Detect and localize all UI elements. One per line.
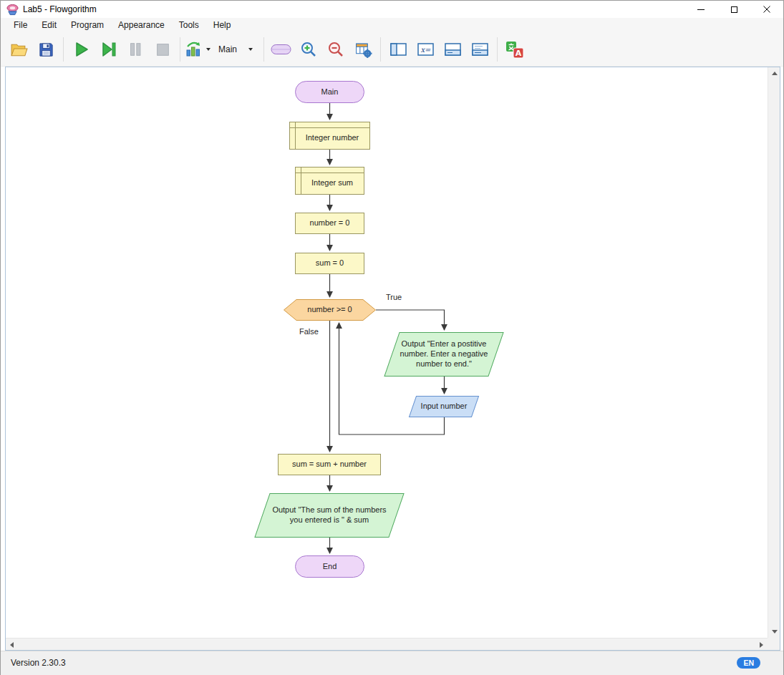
chart-button[interactable] [184,35,211,64]
scroll-down-button[interactable] [768,626,780,638]
run-button[interactable] [67,35,95,64]
node-assign-sum-add[interactable]: sum = sum + number [278,454,381,475]
zoom-options-button[interactable] [349,35,377,64]
language-badge[interactable]: EN [737,657,760,669]
false-branch-label: False [299,327,319,336]
vertical-scrollbar[interactable] [768,67,780,638]
scroll-right-icon [760,642,763,648]
version-label: Version 2.30.3 [11,658,66,668]
variable-watch-button[interactable]: x= [412,35,439,64]
output-window-button[interactable] [466,35,493,64]
node-input-number[interactable]: Input number [404,396,484,417]
scroll-up-icon [772,72,778,75]
node-label: Integer number [301,128,359,143]
flowgorithm-window: Lab5 - Flowgorithm File Edit Program App… [0,0,784,675]
node-label: number >= 0 [284,299,376,321]
scroll-down-icon [772,630,778,633]
maximize-icon [731,6,737,13]
menu-file[interactable]: File [6,18,34,33]
flowchart-area[interactable]: Main Integer number Integer sum number =… [6,67,768,638]
close-button[interactable] [750,1,783,18]
true-branch-label: True [386,293,402,301]
menu-help[interactable]: Help [206,18,238,33]
menu-appearance[interactable]: Appearance [111,18,172,33]
toolbar-separator [63,37,64,62]
node-assign-sum[interactable]: sum = 0 [295,253,364,274]
node-declare-number[interactable]: Integer number [289,122,370,150]
play-icon [72,40,90,59]
node-label: Input number [407,402,482,412]
node-label: Integer sum [306,173,353,188]
node-main[interactable]: Main [295,81,364,103]
pause-icon [127,41,144,58]
save-icon [38,42,54,58]
node-label: Output "The sum of the numbers you enter… [253,505,405,525]
node-output-sum[interactable]: Output "The sum of the numbers you enter… [253,493,405,538]
menu-program[interactable]: Program [64,18,111,33]
dropdown-caret-icon [248,48,253,51]
zoom-in-button[interactable] [295,35,322,64]
zoom-options-icon [354,41,372,59]
toolbar-separator [180,37,180,62]
function-selector[interactable]: Main [211,35,260,64]
terminal-shape-button[interactable] [268,35,295,64]
status-bar: Version 2.30.3 EN [1,651,783,675]
step-button[interactable] [95,35,122,64]
window-controls [684,1,783,18]
function-selector-value: Main [218,44,237,54]
toolbar-separator [497,37,498,62]
maximize-button[interactable] [717,1,750,18]
zoom-in-icon [300,41,317,58]
variable-watch-icon: x= [417,42,435,57]
toolbar: Main [1,33,783,67]
canvas: Main Integer number Integer sum number =… [5,67,780,651]
node-label: Output "Enter a postitive number. Enter … [383,339,505,369]
console-icon [444,42,462,57]
open-button[interactable] [5,35,32,64]
node-label: End [323,562,337,572]
layout-panels-button[interactable] [384,35,412,64]
translate-button[interactable]: A [501,35,528,64]
svg-text:A: A [516,49,522,58]
node-label: Main [321,87,339,97]
layout-panels-icon [389,42,407,57]
chart-icon [185,41,202,58]
stop-button[interactable] [149,35,176,64]
toolbar-separator [380,37,381,62]
save-button[interactable] [32,35,59,64]
scroll-right-button[interactable] [755,638,768,651]
node-output-prompt[interactable]: Output "Enter a postitive number. Enter … [383,332,505,377]
open-folder-icon [10,41,28,59]
step-icon [99,40,117,59]
node-label: number = 0 [310,218,350,228]
zoom-out-button[interactable] [322,35,349,64]
scroll-up-button[interactable] [768,67,780,79]
close-icon [763,6,770,13]
translate-icon: A [505,40,524,59]
node-end[interactable]: End [295,555,364,578]
menu-tools[interactable]: Tools [172,18,206,33]
title-bar: Lab5 - Flowgorithm [1,1,783,18]
node-declare-sum[interactable]: Integer sum [295,167,364,195]
pause-button[interactable] [122,35,149,64]
menu-bar: File Edit Program Appearance Tools Help [1,18,783,33]
terminal-shape-icon [271,43,292,56]
scrollbar-corner [768,638,780,650]
scroll-left-icon [10,642,14,648]
horizontal-scrollbar[interactable] [6,638,768,650]
svg-text:x=: x= [420,46,431,54]
menu-edit[interactable]: Edit [34,18,64,33]
node-while-condition[interactable]: number >= 0 [284,299,376,321]
minimize-icon [697,9,705,10]
console-button[interactable] [439,35,466,64]
app-icon [6,4,19,16]
node-label: sum = 0 [316,258,344,268]
toolbar-separator [263,37,264,62]
scroll-left-button[interactable] [6,638,18,651]
dropdown-caret-icon [206,48,210,51]
minimize-button[interactable] [684,1,717,18]
node-label: sum = sum + number [292,460,367,470]
window-title: Lab5 - Flowgorithm [23,4,97,14]
stop-icon [154,41,171,58]
node-assign-number[interactable]: number = 0 [295,213,364,234]
